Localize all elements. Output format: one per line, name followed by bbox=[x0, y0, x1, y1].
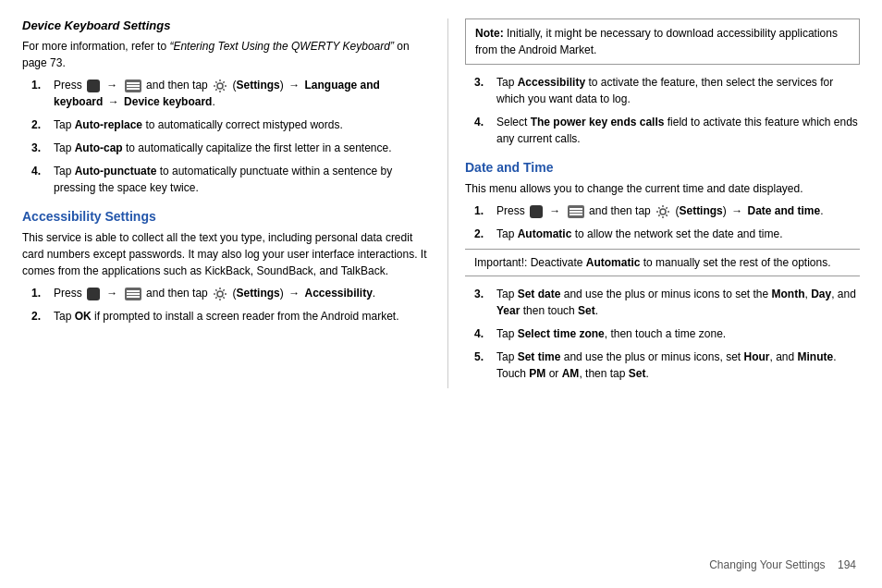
svg-point-2 bbox=[660, 209, 666, 214]
accessibility-title: Accessibility Settings bbox=[22, 209, 429, 224]
left-column: Device Keyboard Settings For more inform… bbox=[22, 18, 429, 388]
step-acc-2: 2. Tap OK if prompted to install a scree… bbox=[31, 308, 429, 325]
device-keyboard-steps: 1. Press → and then tap (Settings) → bbox=[22, 77, 429, 196]
accessibility-continued-steps: 3. Tap Accessibility to activate the fea… bbox=[465, 74, 860, 147]
note-box: Note: Initially, it might be necessary t… bbox=[465, 18, 860, 65]
step-dt-3: 3. Tap Set date and use the plus or minu… bbox=[474, 286, 860, 319]
step-dk-2: 2. Tap Auto-replace to automatically cor… bbox=[31, 116, 429, 133]
accessibility-section: Accessibility Settings This service is a… bbox=[22, 209, 429, 325]
note-text: Initially, it might be necessary to down… bbox=[475, 27, 838, 56]
device-keyboard-title: Device Keyboard Settings bbox=[22, 18, 429, 32]
note-label: Note: bbox=[475, 27, 504, 40]
date-time-continued-steps: 3. Tap Set date and use the plus or minu… bbox=[465, 286, 860, 382]
right-column: Note: Initially, it might be necessary t… bbox=[447, 18, 860, 388]
step-acc-1: 1. Press → and then tap (Settings) → bbox=[31, 285, 429, 301]
step-dt-1: 1. Press → and then tap (Settings) → bbox=[474, 202, 860, 219]
settings-icon-2 bbox=[213, 287, 227, 301]
step-acc-4: 4. Select The power key ends calls field… bbox=[474, 114, 860, 147]
date-time-intro: This menu allows you to change the curre… bbox=[465, 180, 860, 197]
footer-page: 194 bbox=[838, 558, 856, 571]
step-dk-3: 3. Tap Auto-cap to automatically capital… bbox=[31, 140, 429, 156]
date-time-section: Date and Time This menu allows you to ch… bbox=[465, 160, 860, 242]
phone-icon-2 bbox=[87, 288, 100, 300]
step-dt-4: 4. Tap Select time zone, then touch a ti… bbox=[474, 325, 860, 342]
phone-icon bbox=[87, 80, 100, 92]
step-dk-4: 4. Tap Auto-punctuate to automatically p… bbox=[31, 163, 429, 196]
menu-icon-3 bbox=[568, 205, 584, 218]
accessibility-intro: This service is able to collect all the … bbox=[22, 229, 429, 279]
important-box: Important!: Deactivate Automatic to manu… bbox=[465, 249, 860, 276]
menu-icon-2 bbox=[125, 288, 141, 300]
settings-icon bbox=[213, 79, 227, 93]
date-time-title: Date and Time bbox=[465, 160, 860, 175]
device-keyboard-section: Device Keyboard Settings For more inform… bbox=[22, 18, 429, 196]
step-dt-5: 5. Tap Set time and use the plus or minu… bbox=[474, 349, 860, 382]
svg-point-0 bbox=[217, 83, 223, 89]
accessibility-steps: 1. Press → and then tap (Settings) → bbox=[22, 285, 429, 325]
settings-icon-3 bbox=[655, 204, 670, 219]
svg-point-1 bbox=[217, 291, 223, 297]
date-time-steps: 1. Press → and then tap (Settings) → bbox=[465, 202, 860, 242]
step-acc-3: 3. Tap Accessibility to activate the fea… bbox=[474, 74, 860, 107]
phone-icon-3 bbox=[530, 205, 543, 218]
important-text: Deactivate Automatic to manually set the… bbox=[527, 256, 830, 269]
device-keyboard-intro: For more information, refer to “Entering… bbox=[22, 38, 429, 71]
footer-text: Changing Your Settings bbox=[709, 558, 825, 571]
step-dt-2: 2. Tap Automatic to allow the network se… bbox=[474, 226, 860, 242]
step-dk-1: 1. Press → and then tap (Settings) → bbox=[31, 77, 429, 110]
footer: Changing Your Settings 194 bbox=[709, 558, 856, 571]
menu-icon bbox=[125, 80, 141, 92]
important-label: Important!: bbox=[474, 256, 527, 269]
